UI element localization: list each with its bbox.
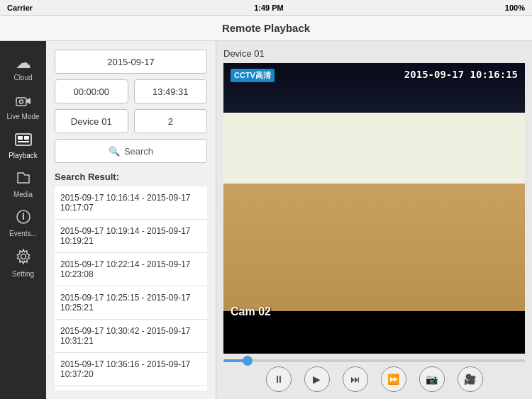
controls-bar: ⏸ ▶ ⏭ ⏩ 📷 🎥 (223, 359, 525, 392)
pause-icon: ⏸ (274, 373, 284, 385)
next-frame-button[interactable]: ⏭ (343, 366, 368, 392)
camera-icon (16, 93, 31, 111)
svg-rect-0 (16, 98, 26, 106)
playback-icon (15, 132, 32, 150)
list-item[interactable]: 2015-09-17 10:25:15 - 2015-09-17 10:25:2… (55, 286, 207, 320)
svg-point-2 (19, 100, 23, 103)
cctv-logo: CCTV高清 (231, 69, 275, 82)
record-icon: 🎥 (464, 373, 476, 385)
list-item[interactable]: 2015-09-17 10:36:16 - 2015-09-17 10:37:2… (55, 353, 207, 386)
sidebar-label-setting: Setting (12, 270, 34, 278)
snapshot-button[interactable]: 📷 (419, 366, 445, 392)
sidebar-item-media[interactable]: Media (0, 165, 46, 204)
svg-rect-5 (24, 136, 29, 140)
sidebar-label-playback: Playback (9, 152, 38, 159)
channel-input[interactable]: 2 (134, 109, 208, 133)
sidebar-item-live-mode[interactable]: Live Mode (0, 87, 46, 126)
title-bar: Remote Playback (0, 16, 532, 41)
record-button[interactable]: 🎥 (458, 366, 483, 392)
result-list: 2015-09-17 10:16:14 - 2015-09-17 10:17:0… (55, 186, 207, 390)
list-item[interactable]: 2015-09-17 10:30:42 - 2015-09-17 10:31:2… (55, 320, 207, 353)
battery-label: 100% (505, 4, 525, 12)
sidebar-label-events: Events... (9, 230, 37, 237)
device-input[interactable]: Device 01 (55, 109, 128, 133)
sidebar-item-events[interactable]: Events... (0, 204, 46, 243)
time-start-input[interactable]: 00:00:00 (55, 79, 128, 103)
list-item[interactable]: 2015-09-17 10:16:14 - 2015-09-17 10:17:0… (55, 186, 207, 220)
sidebar-label-cloud: Cloud (13, 74, 32, 82)
play-icon: ▶ (313, 373, 321, 385)
search-result-label: Search Result: (55, 172, 207, 182)
events-icon (16, 210, 31, 228)
date-input[interactable]: 2015-09-17 (55, 50, 207, 74)
sidebar-item-playback[interactable]: Playback (0, 126, 46, 165)
svg-rect-6 (18, 141, 29, 142)
progress-thumb (243, 356, 253, 366)
time-label: 1:49 PM (254, 4, 284, 12)
sidebar-item-setting[interactable]: Setting (0, 243, 46, 283)
page-title: Remote Playback (222, 22, 310, 34)
progress-bar-container (223, 359, 525, 362)
sidebar-label-media: Media (13, 191, 33, 198)
time-row: 00:00:00 13:49:31 (55, 79, 207, 103)
left-panel: 2015-09-17 00:00:00 13:49:31 Device 01 2 (46, 41, 216, 399)
sidebar-label-live-mode: Live Mode (6, 113, 39, 120)
search-button[interactable]: 🔍 Search (55, 139, 207, 163)
list-item[interactable]: 2015-09-17 11:03:18 - 2015-09-17 11:03:2… (55, 386, 207, 390)
list-item[interactable]: 2015-09-17 10:19:14 - 2015-09-17 10:19:2… (55, 220, 207, 253)
sidebar-item-cloud[interactable]: ☁ Cloud (0, 48, 46, 87)
main-layout: ☁ Cloud Live Mode P (0, 41, 532, 399)
content-area: 2015-09-17 00:00:00 13:49:31 Device 01 2 (46, 41, 532, 399)
list-item[interactable]: 2015-09-17 10:22:14 - 2015-09-17 10:23:0… (55, 253, 207, 286)
right-panel: Device 01 2015-09-17 10:16:15 CCTV高清 Cam… (216, 41, 532, 399)
svg-point-9 (23, 213, 24, 214)
device-label: Device 01 (223, 48, 525, 59)
video-timestamp: 2015-09-17 10:16:15 (404, 69, 518, 80)
pause-button[interactable]: ⏸ (266, 366, 292, 392)
svg-rect-4 (18, 136, 23, 140)
next-frame-icon: ⏭ (350, 373, 360, 385)
gear-icon (16, 249, 31, 269)
svg-rect-3 (16, 134, 31, 145)
video-player: 2015-09-17 10:16:15 CCTV高清 Cam 02 (223, 63, 525, 354)
search-icon: 🔍 (109, 146, 120, 157)
media-icon (16, 171, 31, 189)
carrier-label: Carrier (7, 4, 33, 12)
fast-forward-button[interactable]: ⏩ (381, 366, 406, 392)
cloud-icon: ☁ (16, 54, 31, 72)
device-row: Device 01 2 (55, 109, 207, 133)
time-end-input[interactable]: 13:49:31 (134, 79, 208, 103)
sidebar: ☁ Cloud Live Mode P (0, 41, 46, 399)
svg-marker-1 (26, 98, 31, 104)
status-bar: Carrier 1:49 PM 100% (0, 0, 532, 16)
playback-buttons: ⏸ ▶ ⏭ ⏩ 📷 🎥 (223, 366, 525, 392)
svg-point-10 (21, 254, 26, 259)
video-stage-floor (223, 184, 525, 311)
fast-forward-icon: ⏩ (387, 373, 399, 385)
cam-label: Cam 02 (231, 305, 271, 318)
play-button[interactable]: ▶ (304, 366, 330, 392)
progress-track[interactable] (223, 359, 525, 362)
snapshot-icon: 📷 (426, 373, 438, 385)
